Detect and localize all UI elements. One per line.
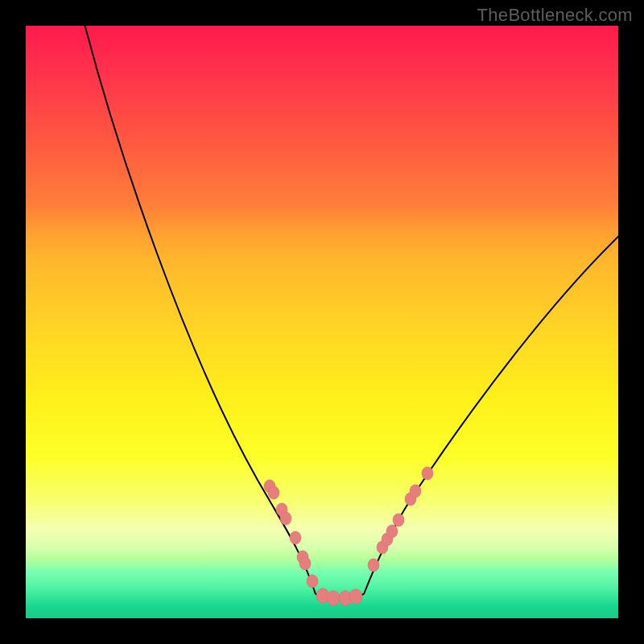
curve-marker [386, 525, 398, 538]
curve-marker [290, 531, 301, 544]
curve-svg [26, 26, 618, 618]
curve-marker [377, 541, 388, 554]
plot-area [26, 26, 618, 618]
curve-marker [276, 503, 287, 516]
chart-frame: TheBottleneck.com [0, 0, 644, 644]
curve-marker [393, 514, 404, 526]
curve-marker [368, 559, 379, 572]
curve-right-path [364, 233, 618, 594]
curve-marker [339, 591, 352, 605]
watermark-text: TheBottleneck.com [477, 5, 633, 26]
curve-marker [299, 557, 311, 570]
curve-left-path [84, 26, 316, 594]
curve-marker [297, 551, 308, 564]
curve-marker [268, 486, 279, 499]
curve-marker [307, 575, 318, 588]
curve-marker [316, 588, 329, 603]
curve-marker [349, 589, 362, 604]
curve-marker [327, 591, 340, 605]
curve-marker [422, 467, 433, 480]
curve-bottom-path [316, 594, 364, 598]
curve-marker [410, 485, 421, 497]
markers-group [264, 467, 433, 605]
curve-marker [382, 533, 393, 546]
curve-marker [264, 480, 275, 493]
curve-marker [280, 512, 291, 525]
curve-marker [405, 493, 416, 506]
